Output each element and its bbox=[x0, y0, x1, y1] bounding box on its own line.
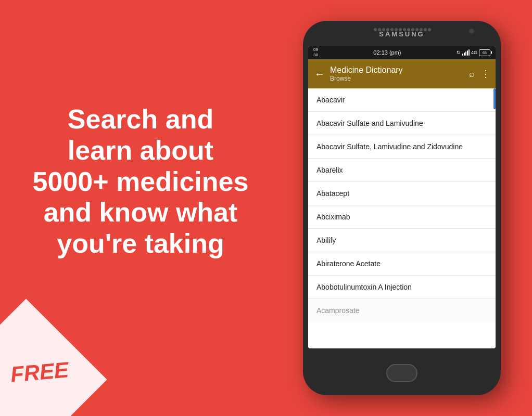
list-item[interactable]: Abiraterone Acetate bbox=[308, 252, 496, 276]
more-options-icon[interactable]: ⋮ bbox=[481, 68, 490, 80]
list-item[interactable]: Abacavir Sulfate and Lamivudine bbox=[308, 112, 496, 135]
network-type: 4G bbox=[471, 50, 477, 55]
medicine-name: Abacavir bbox=[316, 96, 345, 104]
battery-level: 65 bbox=[483, 51, 487, 55]
tagline-line3: 5000+ medicines bbox=[33, 166, 249, 197]
list-item[interactable]: Abciximab bbox=[308, 205, 496, 229]
list-item[interactable]: Abacavir bbox=[308, 88, 496, 112]
scroll-indicator bbox=[493, 88, 496, 109]
status-bar: 09 30 02:13 (pm) ↻ 4G 65 bbox=[308, 46, 496, 59]
list-item[interactable]: Acamprosate bbox=[308, 299, 496, 322]
app-toolbar: ← Medicine Dictionary Browse ⌕ ⋮ bbox=[308, 59, 496, 88]
speaker-grill bbox=[374, 28, 377, 31]
list-item[interactable]: Abilify bbox=[308, 229, 496, 252]
toolbar-actions: ⌕ ⋮ bbox=[469, 68, 490, 80]
medicine-name: Abobotulinumtoxin A Injection bbox=[316, 283, 412, 291]
medicine-name: Abacavir Sulfate, Lamivudine and Zidovud… bbox=[316, 142, 463, 151]
back-button[interactable]: ← bbox=[313, 68, 326, 80]
medicine-name: Abatacept bbox=[316, 189, 349, 198]
medicine-name: Abilify bbox=[316, 236, 336, 244]
tagline-line2: learn about bbox=[68, 135, 213, 165]
phone-device: SAMSUNG 09 30 02:13 (pm) ↻ bbox=[303, 21, 501, 395]
tagline-line5: you're taking bbox=[57, 228, 224, 258]
search-icon[interactable]: ⌕ bbox=[469, 69, 475, 80]
phone-screen: 09 30 02:13 (pm) ↻ 4G 65 bbox=[308, 46, 496, 348]
refresh-icon: ↻ bbox=[457, 50, 461, 55]
front-camera bbox=[468, 28, 475, 34]
list-item[interactable]: Abacavir Sulfate, Lamivudine and Zidovud… bbox=[308, 135, 496, 159]
free-badge: FREE bbox=[9, 357, 70, 387]
signal-bars bbox=[462, 49, 470, 56]
list-item[interactable]: Abarelix bbox=[308, 159, 496, 182]
status-icons: ↻ 4G 65 bbox=[457, 49, 490, 56]
status-min: 30 bbox=[313, 53, 318, 58]
home-button[interactable] bbox=[386, 364, 417, 382]
medicine-name: Acamprosate bbox=[316, 306, 359, 315]
app-title-sub: Browse bbox=[330, 75, 465, 82]
medicine-list: Abacavir Abacavir Sulfate and Lamivudine… bbox=[308, 88, 496, 322]
status-time-center: 02:13 (pm) bbox=[373, 49, 401, 56]
status-hour: 09 bbox=[313, 47, 318, 53]
tagline-line4: and know what bbox=[44, 197, 238, 227]
status-time-left: 09 30 bbox=[313, 47, 318, 57]
medicine-name: Abciximab bbox=[316, 213, 350, 221]
list-item[interactable]: Abatacept bbox=[308, 182, 496, 205]
medicine-name: Abarelix bbox=[316, 166, 343, 174]
tagline-text: Search and learn about 5000+ medicines a… bbox=[21, 104, 260, 259]
battery-icon: 65 bbox=[479, 49, 490, 56]
list-item[interactable]: Abobotulinumtoxin A Injection bbox=[308, 276, 496, 299]
medicine-name: Abiraterone Acetate bbox=[316, 259, 381, 268]
app-title-main: Medicine Dictionary bbox=[330, 66, 465, 75]
medicine-name: Abacavir Sulfate and Lamivudine bbox=[316, 119, 423, 127]
app-title-block: Medicine Dictionary Browse bbox=[330, 66, 465, 82]
phone-body: SAMSUNG 09 30 02:13 (pm) ↻ bbox=[303, 21, 501, 395]
samsung-logo: SAMSUNG bbox=[379, 30, 424, 38]
tagline-line1: Search and bbox=[68, 104, 213, 134]
